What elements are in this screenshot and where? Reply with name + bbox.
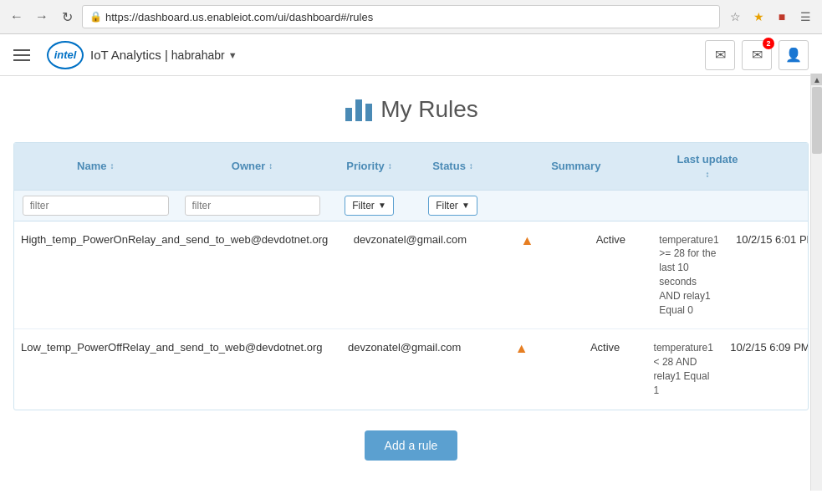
row2-name-cell: Low_temp_PowerOffRelay_and_send_to_web@d… (14, 336, 329, 359)
intel-logo: intel (47, 41, 84, 69)
column-header-actions (758, 156, 808, 176)
row2-status-cell: Active (564, 336, 647, 359)
row2-name-link[interactable]: Low_temp_PowerOffRelay_and_send_to_web@d… (21, 341, 323, 354)
url-text: https://dashboard.us.enableiot.com/ui/da… (105, 11, 712, 23)
notification-badge: 2 (763, 38, 774, 49)
svg-rect-0 (345, 108, 352, 121)
username-dropdown[interactable]: habrahabr ▼ (171, 48, 237, 62)
main-content: My Rules Name ↕ Owner ↕ Priority ↕ St (0, 76, 822, 491)
back-button[interactable]: ← (7, 7, 27, 27)
hamburger-line (13, 54, 30, 56)
bar-chart-icon (344, 93, 374, 125)
name-filter-input[interactable] (23, 196, 169, 216)
sort-icon: ↕ (469, 161, 473, 171)
app-title-text: IoT Analytics | (90, 48, 168, 62)
row1-status-cell: Active (569, 228, 652, 251)
ssl-icon: 🔒 (89, 11, 102, 23)
priority-filter-cell: Filter ▼ (328, 196, 411, 216)
table-row: Higth_temp_PowerOnRelay_and_send_to_web@… (14, 221, 808, 330)
add-rule-button[interactable]: Add a rule (365, 430, 458, 461)
user-icon: 👤 (785, 47, 802, 63)
table-row: Low_temp_PowerOffRelay_and_send_to_web@d… (14, 329, 808, 409)
menu-button[interactable]: ☰ (795, 7, 815, 27)
sort-icon: ↕ (388, 161, 392, 171)
row1-owner-cell: devzonatel@gmail.com (334, 228, 485, 251)
intel-text: intel (54, 48, 77, 61)
sort-icon: ↕ (706, 170, 710, 180)
row1-priority-cell: ▲ (485, 228, 569, 253)
owner-filter-cell (177, 196, 328, 216)
name-filter-cell (14, 196, 177, 216)
column-header-status: Status ↕ (411, 150, 495, 182)
browser-toolbar: ← → ↻ 🔒 https://dashboard.us.enableiot.c… (0, 0, 822, 34)
column-header-last-update: Last update ↕ (657, 143, 758, 190)
row2-owner-cell: devzonatel@gmail.com (329, 336, 480, 359)
priority-filter-button[interactable]: Filter ▼ (345, 196, 394, 216)
bookmark-star-button[interactable]: ☆ (725, 7, 745, 27)
hamburger-menu-button[interactable] (13, 43, 37, 67)
row1-summary-cell: temperature1 >= 28 for the last 10 secon… (652, 228, 725, 323)
rules-table: Name ↕ Owner ↕ Priority ↕ Status ↕ Summa… (13, 142, 809, 410)
row2-summary-cell: temperature1 < 28 AND relay1 Equal 1 (647, 336, 720, 402)
owner-filter-input[interactable] (185, 196, 320, 216)
hamburger-line (13, 59, 30, 61)
message-button[interactable]: ✉ (705, 40, 735, 70)
app-header: intel IoT Analytics | habrahabr ▼ ✉ ✉ 2 … (0, 34, 822, 76)
scrollbar-track[interactable]: ▲ ▼ (810, 74, 822, 491)
column-header-name: Name ↕ (14, 150, 177, 182)
svg-rect-1 (355, 99, 362, 121)
table-header: Name ↕ Owner ↕ Priority ↕ Status ↕ Summa… (14, 143, 808, 190)
scroll-up-arrow[interactable]: ▲ (811, 74, 822, 85)
column-header-priority: Priority ↕ (328, 150, 411, 182)
status-filter-cell: Filter ▼ (411, 196, 495, 216)
row1-name-link[interactable]: Higth_temp_PowerOnRelay_and_send_to_web@… (21, 233, 328, 246)
profile-button[interactable]: 👤 (779, 40, 809, 70)
hamburger-line (13, 49, 30, 51)
forward-button[interactable]: → (32, 7, 52, 27)
svg-rect-2 (365, 104, 372, 121)
envelope-icon: ✉ (715, 47, 726, 63)
address-bar[interactable]: 🔒 https://dashboard.us.enableiot.com/ui/… (82, 5, 720, 28)
bookmark-filled-button[interactable]: ★ (748, 7, 768, 27)
row1-name-cell: Higth_temp_PowerOnRelay_and_send_to_web@… (14, 228, 334, 251)
header-actions: ✉ ✉ 2 👤 (705, 40, 809, 70)
warning-icon: ▲ (520, 233, 534, 247)
add-rule-area: Add a rule (13, 430, 809, 461)
caret-icon: ▼ (378, 201, 386, 210)
status-filter-button[interactable]: Filter ▼ (428, 196, 477, 216)
reload-button[interactable]: ↻ (57, 7, 77, 27)
row2-priority-cell: ▲ (480, 336, 564, 361)
caret-icon: ▼ (462, 201, 470, 210)
sort-icon: ↕ (268, 161, 273, 171)
column-header-owner: Owner ↕ (177, 150, 328, 182)
page-title: My Rules (380, 96, 478, 123)
page-title-area: My Rules (13, 93, 809, 125)
sort-icon: ↕ (110, 161, 114, 171)
row2-date-cell: 10/2/15 6:09 PM (720, 336, 809, 359)
scrollbar-thumb[interactable] (812, 87, 822, 154)
row1-date-cell: 10/2/15 6:01 PM (726, 228, 809, 251)
username-label: habrahabr (171, 48, 225, 62)
notification-button[interactable]: ✉ 2 (742, 40, 772, 70)
chevron-down-icon: ▼ (228, 50, 237, 60)
filter-row: Filter ▼ Filter ▼ (14, 190, 808, 221)
warning-icon: ▲ (515, 341, 528, 355)
pocket-button[interactable]: ■ (772, 7, 792, 27)
column-header-summary: Summary (495, 150, 658, 182)
bell-icon: ✉ (752, 47, 763, 63)
